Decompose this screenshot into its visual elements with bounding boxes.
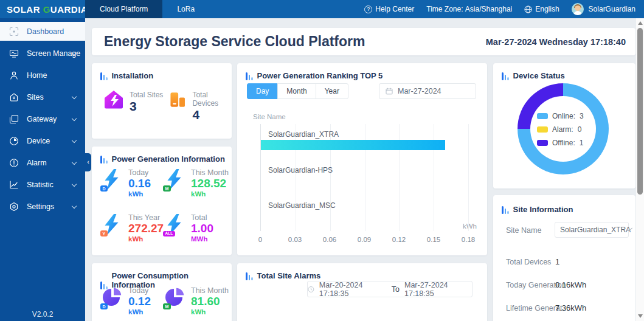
- stat-label: This Month: [191, 286, 229, 295]
- bar-category-label: SolarGuardian-HPS: [268, 166, 333, 174]
- sidebar-item-label: Home: [27, 71, 47, 80]
- sidebar-item-home[interactable]: Home: [0, 66, 85, 85]
- x-tick-label: 0.09: [358, 236, 371, 243]
- device-status-card: Device Status Online:3 Alarm:0 Offline:1: [493, 63, 635, 188]
- scrollbar-down-arrow[interactable]: [638, 314, 643, 318]
- x-tick-label: 0: [258, 236, 262, 243]
- stat-label: Total Devices: [192, 91, 232, 108]
- pie-icon: D: [102, 286, 123, 309]
- row-value: 7.36kWh: [555, 303, 586, 312]
- clock-icon: [308, 286, 314, 293]
- sidebar-item-gateway[interactable]: Gateway: [0, 109, 85, 128]
- stat-unit: MWh: [191, 235, 213, 244]
- screen-manage-icon: [9, 49, 19, 58]
- lightning-icon: D: [102, 168, 123, 192]
- site-house-icon: [102, 89, 125, 111]
- period-badge: M: [163, 303, 171, 309]
- card-title-label: Installation: [112, 71, 154, 80]
- tab-day[interactable]: Day: [247, 83, 278, 99]
- logo-text-g: G: [43, 4, 50, 15]
- power-generation-card: Power Generation Information D Today 0.1…: [92, 147, 232, 255]
- tab-month[interactable]: Month: [277, 83, 316, 99]
- range-to-label: To: [392, 285, 400, 294]
- bar: [261, 140, 445, 150]
- site-name-select[interactable]: SolarGuardian_XTRA: [555, 222, 629, 238]
- generation-month-stat: M This Month 128.52 kWh: [164, 168, 229, 199]
- gridline: [468, 124, 469, 231]
- sidebar-item-device[interactable]: Device: [0, 131, 85, 150]
- chart-bars-icon: [246, 272, 253, 280]
- sidebar-item-dashboard[interactable]: Dashboard: [0, 22, 85, 41]
- sidebar-item-screen-manage[interactable]: Screen Manage: [0, 44, 85, 63]
- bar-category-label: SolarGuardian_MSC: [268, 201, 336, 210]
- header-right: ?Help Center Time Zone: Asia/Shanghai En…: [364, 3, 644, 15]
- sidebar-item-sites[interactable]: Sites: [0, 88, 85, 106]
- period-badge: ALL: [163, 231, 175, 237]
- stat-value: 81.60: [191, 295, 229, 308]
- stat-value: 1.00: [191, 223, 213, 235]
- alarm-date-range-picker[interactable]: Mar-20-2024 17:18:35 To Mar-27-2024 17:1…: [307, 281, 473, 297]
- stat-value: 272.27: [128, 223, 164, 235]
- sidebar-item-alarm[interactable]: Alarm: [0, 153, 85, 172]
- sidebar-nav: Dashboard Screen Manage Home Sites Gatew…: [0, 18, 85, 321]
- gear-icon: [9, 202, 19, 212]
- chevron-down-icon: [72, 116, 77, 121]
- sidebar-item-statistic[interactable]: Statistic: [0, 175, 85, 194]
- tab-cloud-platform[interactable]: Cloud Platform: [85, 0, 162, 18]
- scrollbar-up-arrow[interactable]: [638, 21, 643, 25]
- stat-unit: kWh: [128, 308, 151, 317]
- legend-row-offline: Offline:1: [537, 139, 584, 147]
- stat-unit: kWh: [128, 190, 151, 199]
- x-tick-label: 0.03: [288, 236, 302, 243]
- tab-lora[interactable]: LoRa: [162, 0, 209, 18]
- username-label: SolarGuardian: [589, 5, 635, 13]
- lightning-icon: Y: [102, 213, 123, 236]
- bar-row: SolarGuardian-HPS: [261, 160, 468, 196]
- sidebar-item-settings[interactable]: Settings: [0, 197, 85, 216]
- timezone-selector[interactable]: Time Zone: Asia/Shanghai: [426, 5, 512, 13]
- stat-label: Total: [191, 213, 213, 222]
- sidebar-item-label: Device: [27, 137, 50, 145]
- timezone-label: Time Zone:: [426, 5, 463, 13]
- date-picker-value: Mar-27-2024: [398, 87, 441, 95]
- sidebar-item-label: Sites: [27, 93, 44, 102]
- range-end-value: Mar-27-2024 17:18:35: [404, 281, 472, 298]
- tab-year[interactable]: Year: [316, 83, 348, 99]
- date-picker[interactable]: Mar-27-2024: [379, 83, 476, 99]
- vertical-scrollbar: [636, 18, 644, 321]
- ranking-xticks: 00.030.060.090.120.150.18: [260, 236, 468, 244]
- legend-row-alarm: Alarm:0: [537, 125, 584, 134]
- help-center-link[interactable]: ?Help Center: [364, 5, 414, 13]
- sidebar-item-label: Alarm: [27, 159, 47, 167]
- globe-icon: [524, 5, 532, 13]
- sidebar-item-label: Dashboard: [27, 27, 64, 36]
- ranking-plot: kWh SolarGuardian_XTRASolarGuardian-HPSS…: [260, 124, 468, 231]
- stat-label: This Month: [191, 168, 229, 177]
- user-menu[interactable]: SolarGuardian: [572, 3, 635, 15]
- site-name-value: SolarGuardian_XTRA: [560, 226, 631, 234]
- sidebar-collapse-handle[interactable]: ‹: [85, 153, 91, 171]
- stat-value: 4: [192, 108, 232, 122]
- scrollbar-thumb[interactable]: [637, 28, 643, 195]
- user-icon: [9, 71, 19, 80]
- app-logo: SOLAR GUARDIAN: [0, 4, 85, 15]
- legend-value: 0: [578, 125, 582, 134]
- consumption-today-stat: D Today 0.12 kWh: [102, 286, 151, 317]
- stat-unit: kWh: [191, 308, 229, 317]
- alarm-icon: [9, 158, 19, 168]
- bar-row: SolarGuardian_XTRA: [261, 124, 468, 160]
- language-selector[interactable]: English: [524, 5, 559, 13]
- card-title-label: Power Generation Ranking TOP 5: [257, 71, 383, 80]
- stat-label: Total Sites: [130, 91, 163, 99]
- row-label: Total Devices: [506, 258, 551, 266]
- legend-label: Online:: [552, 112, 575, 120]
- dashboard-page: SOLAR GUARDIAN Cloud Platform LoRa ?Help…: [0, 0, 644, 321]
- help-center-label: Help Center: [375, 5, 414, 13]
- generation-ranking-card: Power Generation Ranking TOP 5 Day Month…: [237, 63, 487, 255]
- legend-swatch: [537, 113, 548, 119]
- consumption-month-stat: M This Month 81.60 kWh: [164, 286, 229, 317]
- generation-year-stat: Y This Year 272.27 kWh: [102, 213, 164, 244]
- stat-unit: kWh: [191, 190, 229, 199]
- stat-value: 0.12: [128, 295, 151, 308]
- calendar-icon: [386, 88, 393, 95]
